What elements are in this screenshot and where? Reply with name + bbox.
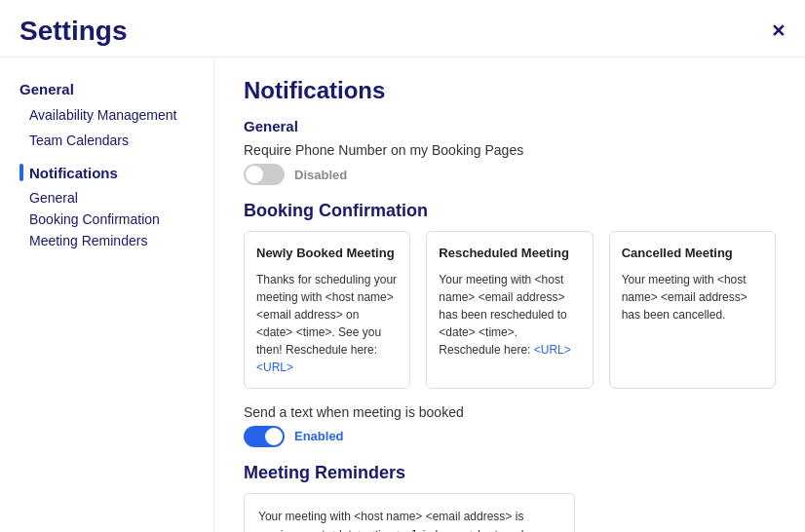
main-content: Notifications General Require Phone Numb… xyxy=(214,57,805,532)
cancelled-card: Cancelled Meeting Your meeting with <hos… xyxy=(609,231,776,389)
require-phone-toggle[interactable] xyxy=(244,164,285,185)
sidebar-item-availability[interactable]: Availability Management xyxy=(10,103,204,127)
require-phone-toggle-row: Disabled xyxy=(244,164,776,185)
cancelled-header: Cancelled Meeting xyxy=(622,244,763,263)
meeting-reminders-title: Meeting Reminders xyxy=(244,463,776,483)
main-page-title: Notifications xyxy=(244,77,776,104)
page-title: Settings xyxy=(19,16,127,47)
booking-cards-row: Newly Booked Meeting Thanks for scheduli… xyxy=(244,231,776,389)
rescheduled-card: Rescheduled Meeting Your meeting with <h… xyxy=(426,231,593,389)
newly-booked-header: Newly Booked Meeting xyxy=(256,244,398,263)
active-bar xyxy=(19,164,23,181)
toggle-knob-enabled xyxy=(265,428,283,445)
toggle-knob xyxy=(246,166,263,183)
sidebar-item-general[interactable]: General xyxy=(10,187,204,209)
general-section-title: General xyxy=(244,118,776,134)
rescheduled-header: Rescheduled Meeting xyxy=(439,244,580,263)
send-text-toggle-row: Enabled xyxy=(244,426,776,447)
newly-booked-body: Thanks for scheduling your meeting with … xyxy=(256,273,397,357)
send-text-toggle[interactable] xyxy=(244,426,285,447)
send-text-label: Send a text when meeting is booked xyxy=(244,404,776,420)
sidebar-general-label[interactable]: General xyxy=(10,77,204,101)
cancelled-body: Your meeting with <host name> <email add… xyxy=(622,273,748,322)
rescheduled-link[interactable]: <URL> xyxy=(534,343,571,357)
sidebar: General Availability Management Team Cal… xyxy=(0,57,214,532)
close-icon[interactable]: ✕ xyxy=(771,20,786,42)
send-text-toggle-label: Enabled xyxy=(294,429,344,443)
sidebar-item-meeting-reminders[interactable]: Meeting Reminders xyxy=(10,230,204,251)
require-phone-label: Require Phone Number on my Booking Pages xyxy=(244,142,776,158)
sidebar-notifications-label[interactable]: Notifications xyxy=(10,160,204,185)
sidebar-item-booking-confirmation[interactable]: Booking Confirmation xyxy=(10,209,204,230)
newly-booked-link[interactable]: <URL> xyxy=(256,361,293,374)
require-phone-toggle-label: Disabled xyxy=(294,168,347,182)
meeting-reminder-card: Your meeting with <host name> <email add… xyxy=(244,493,575,533)
sidebar-item-team-calendars[interactable]: Team Calendars xyxy=(10,129,204,152)
settings-header: Settings ✕ xyxy=(0,0,805,57)
booking-confirmation-title: Booking Confirmation xyxy=(244,201,776,221)
newly-booked-card: Newly Booked Meeting Thanks for scheduli… xyxy=(244,231,410,389)
